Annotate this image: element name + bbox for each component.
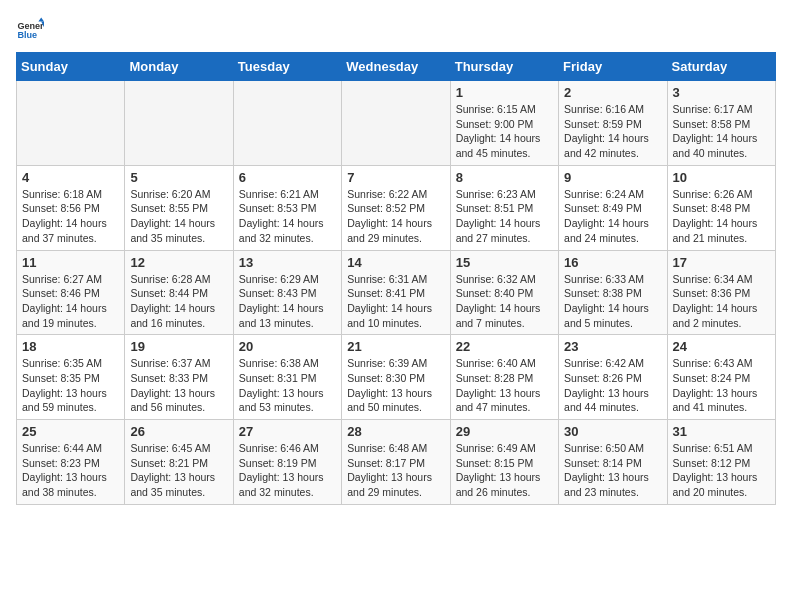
calendar-cell: 20Sunrise: 6:38 AM Sunset: 8:31 PM Dayli… xyxy=(233,335,341,420)
calendar-cell xyxy=(233,81,341,166)
calendar-header-row: SundayMondayTuesdayWednesdayThursdayFrid… xyxy=(17,53,776,81)
day-number: 22 xyxy=(456,339,553,354)
day-number: 12 xyxy=(130,255,227,270)
calendar-cell: 11Sunrise: 6:27 AM Sunset: 8:46 PM Dayli… xyxy=(17,250,125,335)
day-number: 9 xyxy=(564,170,661,185)
day-number: 16 xyxy=(564,255,661,270)
day-detail: Sunrise: 6:21 AM Sunset: 8:53 PM Dayligh… xyxy=(239,187,336,246)
day-detail: Sunrise: 6:48 AM Sunset: 8:17 PM Dayligh… xyxy=(347,441,444,500)
calendar-cell: 9Sunrise: 6:24 AM Sunset: 8:49 PM Daylig… xyxy=(559,165,667,250)
day-number: 15 xyxy=(456,255,553,270)
day-detail: Sunrise: 6:46 AM Sunset: 8:19 PM Dayligh… xyxy=(239,441,336,500)
day-number: 26 xyxy=(130,424,227,439)
calendar-cell: 26Sunrise: 6:45 AM Sunset: 8:21 PM Dayli… xyxy=(125,420,233,505)
day-number: 10 xyxy=(673,170,770,185)
calendar-week-3: 11Sunrise: 6:27 AM Sunset: 8:46 PM Dayli… xyxy=(17,250,776,335)
day-detail: Sunrise: 6:23 AM Sunset: 8:51 PM Dayligh… xyxy=(456,187,553,246)
day-detail: Sunrise: 6:31 AM Sunset: 8:41 PM Dayligh… xyxy=(347,272,444,331)
calendar-cell: 12Sunrise: 6:28 AM Sunset: 8:44 PM Dayli… xyxy=(125,250,233,335)
day-number: 3 xyxy=(673,85,770,100)
calendar-cell: 3Sunrise: 6:17 AM Sunset: 8:58 PM Daylig… xyxy=(667,81,775,166)
day-detail: Sunrise: 6:15 AM Sunset: 9:00 PM Dayligh… xyxy=(456,102,553,161)
calendar-cell xyxy=(125,81,233,166)
day-detail: Sunrise: 6:28 AM Sunset: 8:44 PM Dayligh… xyxy=(130,272,227,331)
day-detail: Sunrise: 6:50 AM Sunset: 8:14 PM Dayligh… xyxy=(564,441,661,500)
day-detail: Sunrise: 6:44 AM Sunset: 8:23 PM Dayligh… xyxy=(22,441,119,500)
weekday-header-thursday: Thursday xyxy=(450,53,558,81)
day-detail: Sunrise: 6:33 AM Sunset: 8:38 PM Dayligh… xyxy=(564,272,661,331)
day-detail: Sunrise: 6:29 AM Sunset: 8:43 PM Dayligh… xyxy=(239,272,336,331)
calendar-cell: 15Sunrise: 6:32 AM Sunset: 8:40 PM Dayli… xyxy=(450,250,558,335)
day-detail: Sunrise: 6:38 AM Sunset: 8:31 PM Dayligh… xyxy=(239,356,336,415)
calendar-week-5: 25Sunrise: 6:44 AM Sunset: 8:23 PM Dayli… xyxy=(17,420,776,505)
day-number: 13 xyxy=(239,255,336,270)
day-detail: Sunrise: 6:42 AM Sunset: 8:26 PM Dayligh… xyxy=(564,356,661,415)
day-number: 23 xyxy=(564,339,661,354)
calendar-cell: 22Sunrise: 6:40 AM Sunset: 8:28 PM Dayli… xyxy=(450,335,558,420)
day-detail: Sunrise: 6:16 AM Sunset: 8:59 PM Dayligh… xyxy=(564,102,661,161)
weekday-header-monday: Monday xyxy=(125,53,233,81)
day-number: 5 xyxy=(130,170,227,185)
calendar-cell: 27Sunrise: 6:46 AM Sunset: 8:19 PM Dayli… xyxy=(233,420,341,505)
weekday-header-tuesday: Tuesday xyxy=(233,53,341,81)
day-number: 29 xyxy=(456,424,553,439)
calendar-cell: 31Sunrise: 6:51 AM Sunset: 8:12 PM Dayli… xyxy=(667,420,775,505)
weekday-header-wednesday: Wednesday xyxy=(342,53,450,81)
calendar-cell: 24Sunrise: 6:43 AM Sunset: 8:24 PM Dayli… xyxy=(667,335,775,420)
day-detail: Sunrise: 6:24 AM Sunset: 8:49 PM Dayligh… xyxy=(564,187,661,246)
day-number: 18 xyxy=(22,339,119,354)
day-number: 20 xyxy=(239,339,336,354)
day-detail: Sunrise: 6:34 AM Sunset: 8:36 PM Dayligh… xyxy=(673,272,770,331)
day-number: 17 xyxy=(673,255,770,270)
day-detail: Sunrise: 6:49 AM Sunset: 8:15 PM Dayligh… xyxy=(456,441,553,500)
day-detail: Sunrise: 6:26 AM Sunset: 8:48 PM Dayligh… xyxy=(673,187,770,246)
calendar-cell: 25Sunrise: 6:44 AM Sunset: 8:23 PM Dayli… xyxy=(17,420,125,505)
calendar-cell: 17Sunrise: 6:34 AM Sunset: 8:36 PM Dayli… xyxy=(667,250,775,335)
calendar-cell: 1Sunrise: 6:15 AM Sunset: 9:00 PM Daylig… xyxy=(450,81,558,166)
day-number: 6 xyxy=(239,170,336,185)
calendar-cell: 23Sunrise: 6:42 AM Sunset: 8:26 PM Dayli… xyxy=(559,335,667,420)
day-detail: Sunrise: 6:51 AM Sunset: 8:12 PM Dayligh… xyxy=(673,441,770,500)
day-number: 19 xyxy=(130,339,227,354)
calendar-cell xyxy=(342,81,450,166)
weekday-header-sunday: Sunday xyxy=(17,53,125,81)
day-number: 30 xyxy=(564,424,661,439)
day-number: 1 xyxy=(456,85,553,100)
calendar-cell: 28Sunrise: 6:48 AM Sunset: 8:17 PM Dayli… xyxy=(342,420,450,505)
day-detail: Sunrise: 6:37 AM Sunset: 8:33 PM Dayligh… xyxy=(130,356,227,415)
day-detail: Sunrise: 6:20 AM Sunset: 8:55 PM Dayligh… xyxy=(130,187,227,246)
day-number: 25 xyxy=(22,424,119,439)
day-detail: Sunrise: 6:35 AM Sunset: 8:35 PM Dayligh… xyxy=(22,356,119,415)
calendar-cell: 8Sunrise: 6:23 AM Sunset: 8:51 PM Daylig… xyxy=(450,165,558,250)
calendar-week-4: 18Sunrise: 6:35 AM Sunset: 8:35 PM Dayli… xyxy=(17,335,776,420)
day-number: 14 xyxy=(347,255,444,270)
day-detail: Sunrise: 6:32 AM Sunset: 8:40 PM Dayligh… xyxy=(456,272,553,331)
header: General Blue xyxy=(16,16,776,44)
day-number: 11 xyxy=(22,255,119,270)
day-detail: Sunrise: 6:45 AM Sunset: 8:21 PM Dayligh… xyxy=(130,441,227,500)
calendar-cell: 2Sunrise: 6:16 AM Sunset: 8:59 PM Daylig… xyxy=(559,81,667,166)
day-detail: Sunrise: 6:17 AM Sunset: 8:58 PM Dayligh… xyxy=(673,102,770,161)
calendar-cell: 7Sunrise: 6:22 AM Sunset: 8:52 PM Daylig… xyxy=(342,165,450,250)
calendar-cell: 29Sunrise: 6:49 AM Sunset: 8:15 PM Dayli… xyxy=(450,420,558,505)
calendar-cell xyxy=(17,81,125,166)
day-number: 24 xyxy=(673,339,770,354)
calendar-cell: 19Sunrise: 6:37 AM Sunset: 8:33 PM Dayli… xyxy=(125,335,233,420)
day-number: 7 xyxy=(347,170,444,185)
logo-icon: General Blue xyxy=(16,16,44,44)
calendar-cell: 4Sunrise: 6:18 AM Sunset: 8:56 PM Daylig… xyxy=(17,165,125,250)
day-number: 21 xyxy=(347,339,444,354)
calendar-cell: 30Sunrise: 6:50 AM Sunset: 8:14 PM Dayli… xyxy=(559,420,667,505)
day-number: 31 xyxy=(673,424,770,439)
day-detail: Sunrise: 6:40 AM Sunset: 8:28 PM Dayligh… xyxy=(456,356,553,415)
day-number: 28 xyxy=(347,424,444,439)
calendar-cell: 5Sunrise: 6:20 AM Sunset: 8:55 PM Daylig… xyxy=(125,165,233,250)
calendar-cell: 13Sunrise: 6:29 AM Sunset: 8:43 PM Dayli… xyxy=(233,250,341,335)
day-detail: Sunrise: 6:22 AM Sunset: 8:52 PM Dayligh… xyxy=(347,187,444,246)
calendar-table: SundayMondayTuesdayWednesdayThursdayFrid… xyxy=(16,52,776,505)
calendar-week-1: 1Sunrise: 6:15 AM Sunset: 9:00 PM Daylig… xyxy=(17,81,776,166)
day-detail: Sunrise: 6:43 AM Sunset: 8:24 PM Dayligh… xyxy=(673,356,770,415)
day-number: 4 xyxy=(22,170,119,185)
calendar-cell: 6Sunrise: 6:21 AM Sunset: 8:53 PM Daylig… xyxy=(233,165,341,250)
calendar-cell: 14Sunrise: 6:31 AM Sunset: 8:41 PM Dayli… xyxy=(342,250,450,335)
